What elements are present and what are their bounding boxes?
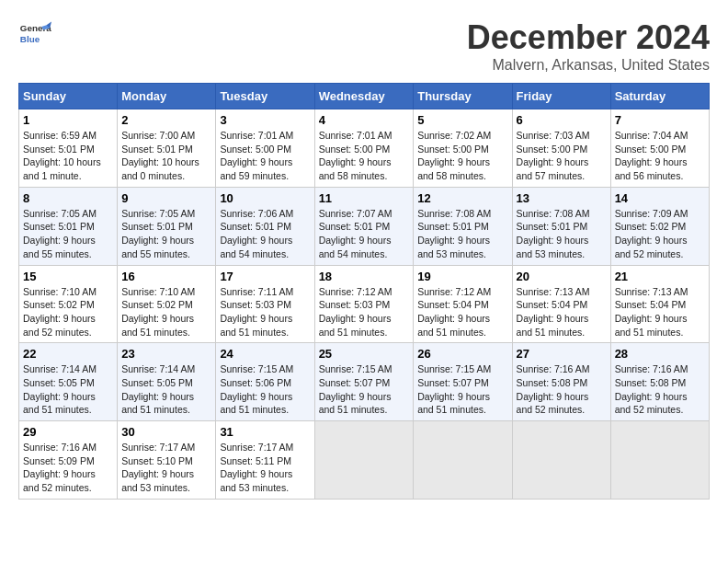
empty-cell <box>512 421 610 500</box>
day-number: 21 <box>615 270 705 283</box>
day-number: 15 <box>23 270 113 283</box>
location-title: Malvern, Arkansas, United States <box>467 57 710 74</box>
day-number: 13 <box>517 191 607 205</box>
month-title: December 2024 <box>467 18 710 57</box>
day-cell-22: 22 Sunrise: 7:14 AMSunset: 5:05 PMDaylig… <box>19 343 118 421</box>
day-cell-18: 18 Sunrise: 7:12 AMSunset: 5:03 PMDaylig… <box>314 265 414 343</box>
day-cell-23: 23 Sunrise: 7:14 AMSunset: 5:05 PMDaylig… <box>118 343 216 421</box>
day-info: Sunrise: 7:14 AMSunset: 5:05 PMDaylight:… <box>23 363 97 415</box>
day-cell-16: 16 Sunrise: 7:10 AMSunset: 5:02 PMDaylig… <box>118 265 216 343</box>
day-cell-29: 29 Sunrise: 7:16 AMSunset: 5:09 PMDaylig… <box>19 421 118 500</box>
day-number: 5 <box>417 113 507 127</box>
calendar-week-row: 22 Sunrise: 7:14 AMSunset: 5:05 PMDaylig… <box>19 343 710 421</box>
day-number: 27 <box>517 347 607 361</box>
column-header-sunday: Sunday <box>19 84 118 109</box>
day-cell-24: 24 Sunrise: 7:15 AMSunset: 5:06 PMDaylig… <box>216 343 314 421</box>
day-number: 20 <box>517 270 607 283</box>
day-cell-5: 5 Sunrise: 7:02 AMSunset: 5:00 PMDayligh… <box>414 109 512 188</box>
day-info: Sunrise: 7:14 AMSunset: 5:05 PMDaylight:… <box>121 363 195 415</box>
empty-cell <box>414 421 512 500</box>
day-cell-10: 10 Sunrise: 7:06 AMSunset: 5:01 PMDaylig… <box>216 187 314 265</box>
day-number: 25 <box>319 347 410 361</box>
day-number: 8 <box>23 191 113 205</box>
day-cell-11: 11 Sunrise: 7:07 AMSunset: 5:01 PMDaylig… <box>314 187 414 265</box>
day-cell-7: 7 Sunrise: 7:04 AMSunset: 5:00 PMDayligh… <box>610 109 709 188</box>
header: General Blue December 2024 Malvern, Arka… <box>18 18 710 74</box>
day-info: Sunrise: 7:00 AMSunset: 5:01 PMDaylight:… <box>121 130 199 181</box>
day-info: Sunrise: 7:13 AMSunset: 5:04 PMDaylight:… <box>615 286 688 338</box>
day-number: 18 <box>319 270 410 283</box>
day-number: 29 <box>23 425 113 439</box>
day-cell-15: 15 Sunrise: 7:10 AMSunset: 5:02 PMDaylig… <box>19 265 118 343</box>
day-cell-28: 28 Sunrise: 7:16 AMSunset: 5:08 PMDaylig… <box>610 343 709 421</box>
day-cell-12: 12 Sunrise: 7:08 AMSunset: 5:01 PMDaylig… <box>414 187 512 265</box>
day-number: 6 <box>517 113 607 127</box>
day-number: 2 <box>121 113 211 127</box>
day-cell-20: 20 Sunrise: 7:13 AMSunset: 5:04 PMDaylig… <box>512 265 610 343</box>
day-info: Sunrise: 7:13 AMSunset: 5:04 PMDaylight:… <box>517 286 590 338</box>
column-header-thursday: Thursday <box>414 84 512 109</box>
calendar-header-row: SundayMondayTuesdayWednesdayThursdayFrid… <box>19 84 710 109</box>
day-info: Sunrise: 7:10 AMSunset: 5:02 PMDaylight:… <box>23 286 97 338</box>
day-info: Sunrise: 7:16 AMSunset: 5:08 PMDaylight:… <box>517 363 590 415</box>
logo-icon: General Blue <box>18 18 51 52</box>
day-number: 19 <box>417 270 507 283</box>
day-info: Sunrise: 7:01 AMSunset: 5:00 PMDaylight:… <box>319 130 392 181</box>
day-cell-2: 2 Sunrise: 7:00 AMSunset: 5:01 PMDayligh… <box>118 109 216 188</box>
day-cell-31: 31 Sunrise: 7:17 AMSunset: 5:11 PMDaylig… <box>216 421 314 500</box>
day-cell-4: 4 Sunrise: 7:01 AMSunset: 5:00 PMDayligh… <box>314 109 414 188</box>
day-number: 31 <box>220 425 310 439</box>
title-section: December 2024 Malvern, Arkansas, United … <box>467 18 710 74</box>
day-number: 26 <box>417 347 507 361</box>
day-cell-14: 14 Sunrise: 7:09 AMSunset: 5:02 PMDaylig… <box>610 187 709 265</box>
day-number: 11 <box>319 191 410 205</box>
day-info: Sunrise: 7:16 AMSunset: 5:08 PMDaylight:… <box>615 363 688 415</box>
day-cell-9: 9 Sunrise: 7:05 AMSunset: 5:01 PMDayligh… <box>118 187 216 265</box>
column-header-monday: Monday <box>118 84 216 109</box>
day-number: 28 <box>615 347 705 361</box>
day-cell-6: 6 Sunrise: 7:03 AMSunset: 5:00 PMDayligh… <box>512 109 610 188</box>
day-info: Sunrise: 7:08 AMSunset: 5:01 PMDaylight:… <box>517 208 590 259</box>
calendar-week-row: 29 Sunrise: 7:16 AMSunset: 5:09 PMDaylig… <box>19 421 710 500</box>
day-number: 7 <box>615 113 705 127</box>
day-number: 4 <box>319 113 410 127</box>
day-number: 17 <box>220 270 310 283</box>
day-number: 22 <box>23 347 113 361</box>
day-cell-25: 25 Sunrise: 7:15 AMSunset: 5:07 PMDaylig… <box>314 343 414 421</box>
day-info: Sunrise: 7:15 AMSunset: 5:06 PMDaylight:… <box>220 363 293 415</box>
day-info: Sunrise: 7:17 AMSunset: 5:10 PMDaylight:… <box>121 442 195 493</box>
column-header-tuesday: Tuesday <box>216 84 314 109</box>
day-number: 23 <box>121 347 211 361</box>
day-info: Sunrise: 7:01 AMSunset: 5:00 PMDaylight:… <box>220 130 293 181</box>
day-cell-8: 8 Sunrise: 7:05 AMSunset: 5:01 PMDayligh… <box>19 187 118 265</box>
day-info: Sunrise: 7:04 AMSunset: 5:00 PMDaylight:… <box>615 130 688 181</box>
day-number: 10 <box>220 191 310 205</box>
day-info: Sunrise: 7:02 AMSunset: 5:00 PMDaylight:… <box>417 130 491 181</box>
day-number: 3 <box>220 113 310 127</box>
day-cell-26: 26 Sunrise: 7:15 AMSunset: 5:07 PMDaylig… <box>414 343 512 421</box>
day-info: Sunrise: 7:15 AMSunset: 5:07 PMDaylight:… <box>417 363 491 415</box>
day-cell-30: 30 Sunrise: 7:17 AMSunset: 5:10 PMDaylig… <box>118 421 216 500</box>
day-cell-17: 17 Sunrise: 7:11 AMSunset: 5:03 PMDaylig… <box>216 265 314 343</box>
day-info: Sunrise: 7:07 AMSunset: 5:01 PMDaylight:… <box>319 208 392 259</box>
day-number: 14 <box>615 191 705 205</box>
day-cell-3: 3 Sunrise: 7:01 AMSunset: 5:00 PMDayligh… <box>216 109 314 188</box>
day-number: 30 <box>121 425 211 439</box>
calendar-week-row: 1 Sunrise: 6:59 AMSunset: 5:01 PMDayligh… <box>19 109 710 188</box>
day-number: 16 <box>121 270 211 283</box>
logo: General Blue <box>18 18 51 52</box>
calendar-week-row: 15 Sunrise: 7:10 AMSunset: 5:02 PMDaylig… <box>19 265 710 343</box>
day-cell-27: 27 Sunrise: 7:16 AMSunset: 5:08 PMDaylig… <box>512 343 610 421</box>
column-header-friday: Friday <box>512 84 610 109</box>
day-info: Sunrise: 7:09 AMSunset: 5:02 PMDaylight:… <box>615 208 688 259</box>
column-header-wednesday: Wednesday <box>314 84 414 109</box>
svg-text:Blue: Blue <box>20 34 40 44</box>
day-number: 1 <box>23 113 113 127</box>
day-info: Sunrise: 7:05 AMSunset: 5:01 PMDaylight:… <box>121 208 195 259</box>
empty-cell <box>314 421 414 500</box>
calendar-week-row: 8 Sunrise: 7:05 AMSunset: 5:01 PMDayligh… <box>19 187 710 265</box>
day-info: Sunrise: 7:06 AMSunset: 5:01 PMDaylight:… <box>220 208 293 259</box>
day-info: Sunrise: 7:05 AMSunset: 5:01 PMDaylight:… <box>23 208 97 259</box>
day-cell-19: 19 Sunrise: 7:12 AMSunset: 5:04 PMDaylig… <box>414 265 512 343</box>
calendar-table: SundayMondayTuesdayWednesdayThursdayFrid… <box>18 83 710 500</box>
